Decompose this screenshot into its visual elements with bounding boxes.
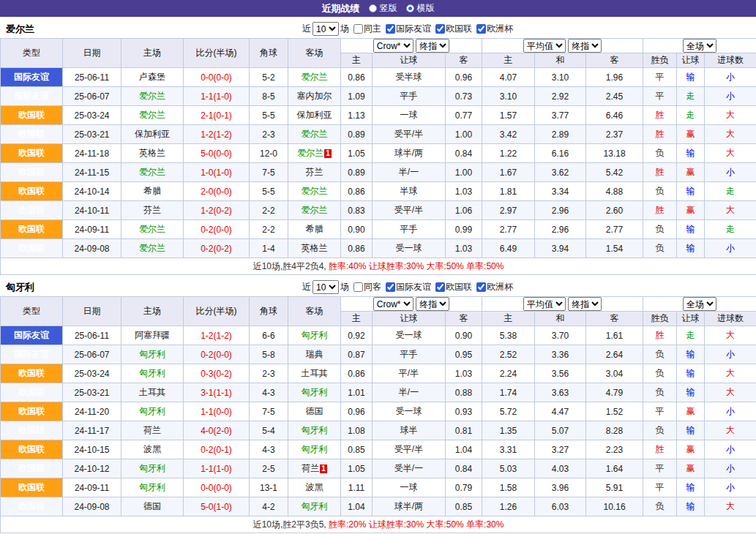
score-cell: 0-0(0-0): [184, 68, 250, 87]
handicap-home-odds-cell: 1.04: [341, 497, 373, 516]
team-name-text: 芬兰: [306, 167, 323, 177]
home-team-cell: 匈牙利: [121, 478, 184, 497]
team-name-text: 匈牙利: [139, 349, 165, 359]
same-venue-filter[interactable]: 同客: [351, 281, 381, 293]
average-select[interactable]: 平均值: [523, 297, 566, 311]
near-label: 近: [302, 281, 311, 293]
avg-final-select[interactable]: 终指: [568, 39, 602, 53]
nations-league-checkbox[interactable]: [435, 282, 445, 292]
result-handicap-cell: 走: [677, 87, 705, 106]
handicap-away-odds-cell: 0.88: [446, 383, 482, 402]
avg-home-odds-cell: 6.49: [482, 239, 535, 258]
same-venue-label: 同客: [364, 281, 381, 293]
score-cell: 4-0(2-0): [184, 421, 250, 440]
euro-checkbox[interactable]: [476, 24, 486, 34]
radio-unselected-icon[interactable]: [369, 4, 377, 12]
match-row: 欧国联24-11-18英格兰5-0(0-0)12-0爱尔兰11.05球半/两0.…: [1, 144, 756, 163]
match-date-cell: 24-09-08: [63, 497, 121, 516]
result-outcome-cell: 负: [643, 421, 677, 440]
avg-draw-odds-cell: 4.03: [535, 459, 586, 478]
avg-away-odds-cell: 1.61: [586, 326, 643, 345]
avg-away-odds-cell: 4.79: [586, 383, 643, 402]
match-date-cell: 24-11-20: [63, 402, 121, 421]
nations-league-filter[interactable]: 欧国联: [433, 281, 472, 293]
nations-league-filter[interactable]: 欧国联: [433, 23, 472, 35]
team-name-text: 芬兰: [143, 205, 161, 215]
handicap-away-odds-cell: 0.84: [446, 144, 482, 163]
result-outcome-cell: 负: [643, 220, 677, 239]
team-name-text: 爱尔兰: [302, 72, 328, 82]
result-goals-cell: 小: [705, 163, 756, 182]
same-venue-filter[interactable]: 同主: [351, 23, 381, 35]
team-name-text: 波黑: [143, 444, 161, 454]
handicap-line-cell: 受半球: [373, 68, 446, 87]
fulltime-select[interactable]: 全场: [683, 39, 716, 53]
match-type-cell: 国际友谊: [1, 68, 63, 87]
match-type-cell: 欧国联: [1, 421, 63, 440]
euro-label: 欧洲杯: [487, 23, 513, 35]
record-stats: 胜率:40% 让球胜率:30% 大率:50% 单率:50%: [329, 261, 504, 271]
average-odds-group: 平均值 终指: [482, 39, 643, 53]
friendly-filter[interactable]: 国际友谊: [383, 281, 431, 293]
average-select[interactable]: 平均值: [523, 39, 566, 53]
score-cell: 1-2(1-2): [184, 125, 250, 144]
radio-horizontal-layout[interactable]: 横版: [406, 2, 435, 15]
home-team-cell: 希腊: [121, 182, 184, 201]
avg-draw-odds-cell: 6.03: [535, 497, 586, 516]
away-team-cell: 爱尔兰1: [288, 144, 341, 163]
score-cell: 2-0(0-0): [184, 182, 250, 201]
handicap-line-cell: 半/一: [373, 383, 446, 402]
result-handicap-cell: 走: [677, 106, 705, 125]
games-count-select[interactable]: 10: [312, 22, 339, 36]
result-handicap-cell: 赢: [677, 125, 705, 144]
team-name-text: 阿塞拜疆: [135, 330, 170, 340]
friendly-filter[interactable]: 国际友谊: [383, 23, 431, 35]
result-handicap-cell: 赢: [677, 201, 705, 220]
games-count-select[interactable]: 10: [312, 280, 339, 294]
home-team-cell: 爱尔兰: [121, 106, 184, 125]
result-goals-cell: 小: [705, 68, 756, 87]
team-name-text: 土耳其: [302, 368, 328, 378]
match-row: 欧国联24-10-15波黑0-2(0-1)4-3匈牙利0.85受平/半1.043…: [1, 440, 756, 459]
result-goals-cell: 小: [705, 459, 756, 478]
team-name-text: 德国: [306, 406, 323, 416]
final-odds-select[interactable]: 终指: [416, 39, 449, 53]
away-team-cell: 匈牙利: [288, 326, 341, 345]
handicap-home-odds-cell: 0.87: [341, 345, 373, 364]
corner-cell: 2-3: [250, 125, 288, 144]
avg-home-odds-cell: 2.52: [482, 345, 535, 364]
result-handicap-cell: 输: [677, 421, 705, 440]
team-name-text: 爱尔兰: [139, 110, 165, 120]
corner-cell: 12-0: [250, 144, 288, 163]
team-name-text: 匈牙利: [139, 482, 165, 492]
same-venue-checkbox[interactable]: [353, 24, 363, 34]
match-row: 欧国联24-10-14希腊2-0(0-0)5-5爱尔兰0.86半球1.031.8…: [1, 182, 756, 201]
euro-checkbox[interactable]: [476, 282, 486, 292]
result-goals-cell: 大: [705, 144, 756, 163]
same-venue-checkbox[interactable]: [353, 282, 363, 292]
nations-league-checkbox[interactable]: [435, 24, 445, 34]
friendly-checkbox[interactable]: [386, 24, 395, 34]
team-name-text: 匈牙利: [302, 444, 328, 454]
col-type: 类型: [1, 39, 63, 68]
final-odds-select[interactable]: 终指: [416, 297, 449, 311]
radio-vertical-layout[interactable]: 竖版: [369, 2, 397, 15]
match-type-cell: 欧国联: [1, 383, 63, 402]
euro-filter[interactable]: 欧洲杯: [474, 281, 513, 293]
handicap-away-odds-cell: 0.81: [446, 421, 482, 440]
bookmaker-select[interactable]: Crow*: [373, 297, 413, 311]
team-name-text: 荷兰: [143, 425, 161, 435]
euro-filter[interactable]: 欧洲杯: [474, 23, 513, 35]
fulltime-select[interactable]: 全场: [683, 297, 716, 311]
avg-final-select[interactable]: 终指: [568, 297, 602, 311]
avg-home-odds-cell: 1.26: [482, 497, 535, 516]
handicap-away-odds-cell: 0.90: [446, 326, 482, 345]
radio-selected-icon[interactable]: [406, 4, 414, 12]
friendly-checkbox[interactable]: [386, 282, 395, 292]
bookmaker-select[interactable]: Crow*: [373, 39, 413, 53]
radio-horizontal-label: 横版: [417, 2, 435, 15]
avg-draw-odds-cell: 2.92: [535, 87, 586, 106]
result-handicap-cell: 输: [677, 144, 705, 163]
avg-away-odds-cell: 1.54: [586, 239, 643, 258]
avg-draw-odds-cell: 2.96: [535, 201, 586, 220]
